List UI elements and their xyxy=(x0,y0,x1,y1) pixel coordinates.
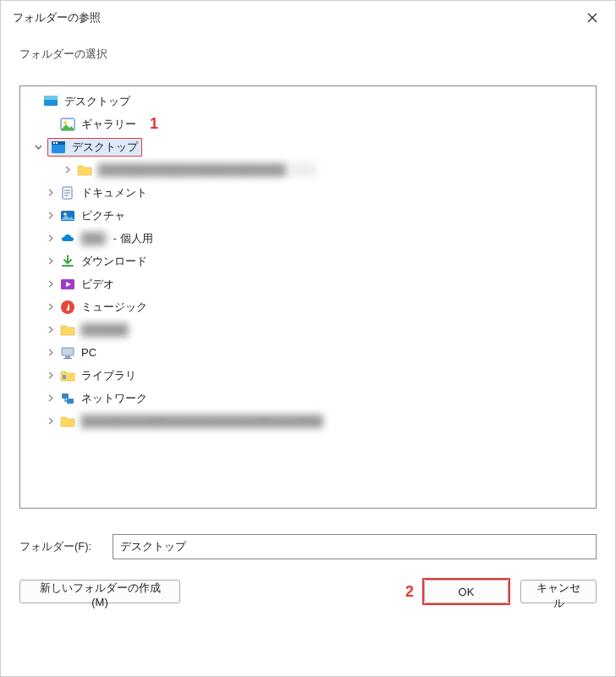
folder-icon xyxy=(59,322,76,338)
expander-collapsed-icon[interactable] xyxy=(44,393,56,405)
expander-collapsed-icon[interactable] xyxy=(44,210,56,222)
svg-rect-17 xyxy=(62,348,74,355)
network-icon xyxy=(59,390,76,407)
onedrive-icon xyxy=(59,230,76,247)
tree-row-blurred[interactable]: ██████ xyxy=(20,318,596,341)
tree-row-music[interactable]: ミュージック xyxy=(20,295,596,318)
annotation-2: 2 xyxy=(405,583,414,601)
tree-label: ミュージック xyxy=(80,299,149,316)
svg-rect-19 xyxy=(63,358,72,359)
expander-collapsed-icon[interactable] xyxy=(44,324,56,336)
expander-placeholder xyxy=(44,118,56,130)
dialog-title: フォルダーの参照 xyxy=(13,10,101,25)
ok-highlight-box: OK xyxy=(422,578,510,605)
tree-row-network[interactable]: ネットワーク xyxy=(20,387,596,410)
documents-icon xyxy=(59,184,76,201)
expander-collapsed-icon[interactable] xyxy=(44,187,56,199)
expander-placeholder xyxy=(27,96,39,107)
tree-label: PC xyxy=(80,345,98,360)
svg-point-3 xyxy=(63,121,67,124)
libraries-icon xyxy=(59,367,76,384)
tree-row-documents[interactable]: ドキュメント xyxy=(20,181,596,204)
svg-rect-1 xyxy=(44,96,58,100)
cancel-button[interactable]: キャンセル xyxy=(520,580,597,603)
tree-label: ギャラリー xyxy=(80,116,138,133)
expander-expanded-icon[interactable] xyxy=(32,141,44,153)
tree-row-downloads[interactable]: ダウンロード xyxy=(20,250,596,272)
videos-icon xyxy=(59,276,76,293)
dialog-subtitle: フォルダーの選択 xyxy=(19,47,597,62)
tree-row-videos[interactable]: ビデオ xyxy=(20,272,596,295)
ok-button[interactable]: OK xyxy=(424,580,509,603)
dialog-buttons-row: 新しいフォルダーの作成(M) 2 OK キャンセル xyxy=(19,578,597,622)
tree-row-libraries[interactable]: ライブラリ xyxy=(20,364,596,387)
titlebar: フォルダーの参照 xyxy=(1,1,615,35)
tree-label: デスクトップ xyxy=(63,93,132,110)
folder-tree: デスクトップ ギャラリー 1 xyxy=(20,90,596,432)
tree-row-onedrive[interactable]: ███ - 個人用 xyxy=(20,227,596,250)
expander-collapsed-icon[interactable] xyxy=(61,164,73,176)
tree-label-blurred: ███████████████████████████████ xyxy=(80,414,325,428)
downloads-icon xyxy=(59,253,76,270)
desktop-icon xyxy=(42,93,59,110)
expander-collapsed-icon[interactable] xyxy=(44,370,56,382)
tree-label: ダウンロード xyxy=(80,253,149,270)
close-icon xyxy=(587,13,597,23)
folder-tree-panel[interactable]: デスクトップ ギャラリー 1 xyxy=(19,85,597,509)
tree-label-blurred: ████████████████████████ xyxy=(96,162,316,177)
tree-label-blurred: ██████ xyxy=(80,322,129,337)
tree-row-pictures[interactable]: ピクチャ xyxy=(20,204,596,227)
svg-rect-7 xyxy=(56,142,58,144)
tree-label: ネットワーク xyxy=(80,390,149,407)
gallery-icon xyxy=(59,116,76,133)
folder-icon xyxy=(76,162,93,179)
tree-row-gallery[interactable]: ギャラリー 1 xyxy=(20,113,596,135)
svg-rect-18 xyxy=(65,356,70,358)
onedrive-suffix: - 個人用 xyxy=(110,232,153,245)
svg-rect-20 xyxy=(63,375,66,379)
tree-label: ピクチャ xyxy=(80,207,127,224)
expander-collapsed-icon[interactable] xyxy=(44,416,56,427)
onedrive-prefix-blurred: ███ xyxy=(81,232,110,245)
browse-folder-dialog: フォルダーの参照 フォルダーの選択 デスクトップ xyxy=(0,0,616,677)
folder-path-input[interactable] xyxy=(113,534,597,559)
new-folder-button[interactable]: 新しいフォルダーの作成(M) xyxy=(19,580,180,603)
tree-label: ビデオ xyxy=(80,276,116,293)
expander-collapsed-icon[interactable] xyxy=(44,347,56,359)
tree-label: デスクトップ xyxy=(70,139,140,156)
expander-collapsed-icon[interactable] xyxy=(44,278,56,290)
folder-field-label: フォルダー(F): xyxy=(19,539,113,554)
tree-row-desktop-selected[interactable]: デスクトップ xyxy=(20,135,596,158)
tree-label: ███ - 個人用 xyxy=(80,230,155,247)
folder-icon xyxy=(59,413,76,430)
dialog-content: フォルダーの選択 デスクトップ xyxy=(1,35,615,676)
expander-collapsed-icon[interactable] xyxy=(44,233,56,245)
close-button[interactable] xyxy=(573,1,612,35)
expander-collapsed-icon[interactable] xyxy=(44,256,56,267)
svg-rect-21 xyxy=(62,394,69,399)
tree-row-blurred-long[interactable]: ███████████████████████████████ xyxy=(20,410,596,432)
desktop-window-icon xyxy=(50,139,67,156)
svg-point-16 xyxy=(61,300,74,314)
music-icon xyxy=(59,299,76,316)
folder-path-row: フォルダー(F): xyxy=(19,534,597,559)
tree-row-pc[interactable]: PC xyxy=(20,341,596,364)
svg-rect-22 xyxy=(67,399,74,404)
expander-collapsed-icon[interactable] xyxy=(44,301,56,313)
pc-icon xyxy=(59,344,76,361)
annotation-1: 1 xyxy=(150,115,158,133)
tree-row-blurred-subfolder[interactable]: ████████████████████████ xyxy=(20,158,596,181)
tree-row-root-desktop[interactable]: デスクトップ xyxy=(20,90,596,113)
svg-rect-6 xyxy=(53,142,55,144)
tree-label: ライブラリ xyxy=(80,367,138,384)
tree-label: ドキュメント xyxy=(80,184,149,201)
pictures-icon xyxy=(59,207,76,224)
